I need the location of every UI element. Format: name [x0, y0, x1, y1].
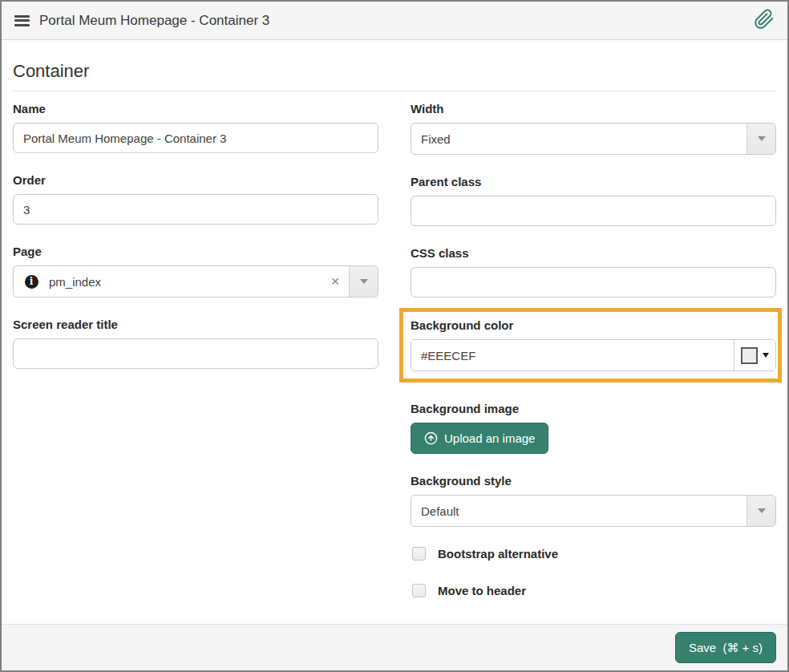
move-to-header-label: Move to header — [438, 584, 526, 597]
bootstrap-alternative-label: Bootstrap alternative — [438, 547, 558, 561]
field-parent-class: Parent class — [411, 175, 776, 226]
hamburger-menu-icon[interactable] — [14, 15, 30, 26]
page-dropdown-button[interactable] — [349, 266, 378, 297]
width-select-value: Fixed — [411, 123, 747, 154]
field-move-to-header: Move to header — [412, 584, 776, 597]
footer-bar: Save (⌘ + s) — [2, 624, 787, 670]
window-title: Portal Meum Homepage - Container 3 — [39, 13, 269, 29]
upload-image-button[interactable]: Upload an image — [411, 423, 548, 454]
name-input[interactable] — [13, 123, 378, 153]
field-background-style: Background style Default — [411, 474, 776, 527]
page-select-value: pm_index — [49, 266, 322, 297]
chevron-down-icon — [758, 508, 766, 513]
field-background-color: Background color — [411, 318, 776, 371]
background-style-select-value: Default — [411, 496, 747, 526]
titlebar: Portal Meum Homepage - Container 3 — [2, 2, 787, 40]
save-button[interactable]: Save (⌘ + s) — [675, 632, 776, 663]
order-input[interactable] — [13, 194, 378, 225]
page-label: Page — [13, 245, 378, 258]
page-select[interactable]: i pm_index ✕ — [13, 265, 378, 298]
move-to-header-checkbox[interactable] — [412, 584, 426, 597]
order-label: Order — [13, 173, 378, 187]
css-class-input[interactable] — [411, 267, 776, 298]
field-css-class: CSS class — [411, 246, 776, 298]
background-color-label: Background color — [411, 318, 776, 332]
name-label: Name — [13, 102, 378, 115]
background-style-select[interactable]: Default — [411, 495, 776, 527]
page-title: Container — [13, 61, 776, 91]
paperclip-icon[interactable] — [754, 9, 775, 33]
parent-class-label: Parent class — [411, 175, 776, 188]
width-select[interactable]: Fixed — [411, 123, 776, 155]
background-color-input[interactable] — [411, 340, 734, 370]
field-bootstrap-alternative: Bootstrap alternative — [412, 547, 776, 561]
width-dropdown-button[interactable] — [747, 123, 775, 154]
field-order: Order — [13, 173, 378, 225]
field-page: Page i pm_index ✕ — [13, 245, 378, 298]
form-right-column: Width Fixed Parent class CSS class — [411, 102, 776, 621]
upload-arrow-circle-icon — [424, 431, 438, 445]
background-image-label: Background image — [411, 402, 776, 415]
main-content: Container Name Order Page i pm_index — [2, 40, 787, 624]
screen-reader-title-label: Screen reader title — [13, 318, 378, 331]
field-screen-reader-title: Screen reader title — [13, 318, 378, 369]
color-swatch — [741, 347, 758, 364]
background-color-highlight: Background color — [399, 308, 782, 383]
field-width: Width Fixed — [411, 102, 776, 155]
field-background-image: Background image Upload an image — [411, 402, 776, 454]
screen-reader-title-input[interactable] — [13, 338, 378, 369]
chevron-down-icon — [360, 279, 368, 284]
width-label: Width — [411, 102, 776, 115]
parent-class-input[interactable] — [411, 196, 776, 226]
container-form: Name Order Page i pm_index ✕ — [13, 102, 776, 621]
background-style-label: Background style — [411, 474, 776, 488]
bootstrap-alternative-checkbox[interactable] — [412, 547, 426, 561]
form-left-column: Name Order Page i pm_index ✕ — [13, 102, 378, 389]
background-style-dropdown-button[interactable] — [747, 496, 775, 526]
field-name: Name — [13, 102, 378, 153]
x-clear-icon[interactable]: ✕ — [322, 266, 349, 297]
color-picker-button[interactable] — [734, 340, 775, 370]
css-class-label: CSS class — [411, 246, 776, 260]
chevron-down-icon — [758, 136, 766, 141]
info-icon[interactable]: i — [14, 266, 49, 297]
chevron-down-icon — [763, 353, 769, 358]
app-window: Portal Meum Homepage - Container 3 Conta… — [0, 0, 789, 672]
upload-image-button-label: Upload an image — [444, 431, 535, 445]
background-color-group — [411, 339, 776, 371]
